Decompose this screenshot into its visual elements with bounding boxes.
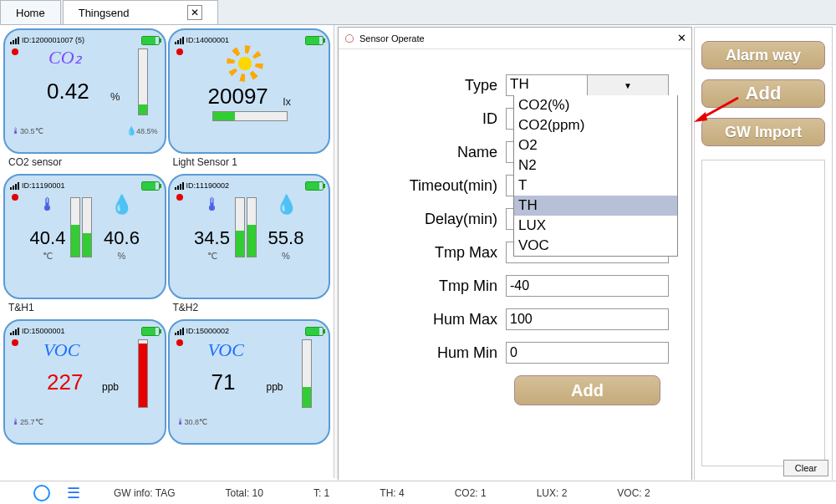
signal-icon — [10, 327, 19, 335]
sensor-operate-dialog: Sensor Operate ✕ Type TH ▼ ID Name Timeo… — [338, 27, 692, 480]
thermometer-icon: 🌡 — [203, 194, 222, 216]
tile-id: ID:11190002 — [186, 181, 230, 190]
name-label: Name — [347, 144, 506, 161]
option-lux[interactable]: LUX — [514, 216, 677, 236]
tile-label: Light Sensor 1 — [168, 154, 331, 172]
hummin-input[interactable] — [506, 342, 669, 364]
tile-label: CO2 sensor — [3, 154, 166, 172]
tile-light[interactable]: ID:14000001 20097 lx — [168, 28, 331, 154]
temp-bar — [70, 197, 80, 257]
type-label: Type — [347, 77, 506, 94]
thermometer-icon: 🌡 — [176, 417, 185, 426]
tab-close-icon[interactable]: ✕ — [187, 5, 202, 20]
option-co2pct[interactable]: CO2(%) — [514, 95, 677, 115]
temp-value: 34.5 — [194, 227, 230, 249]
option-o2[interactable]: O2 — [514, 135, 677, 155]
add-button[interactable]: Add — [701, 79, 825, 108]
status-co2: CO2: 1 — [455, 487, 487, 499]
tile-type: VOC — [208, 339, 244, 361]
tile-label: T&H2 — [168, 299, 331, 318]
tile-voc2[interactable]: ID:15000002 VOC 71 ppb 🌡30.8℃ — [168, 319, 331, 445]
type-value: TH — [507, 75, 587, 95]
signal-icon — [175, 36, 184, 44]
status-lux: LUX: 2 — [537, 487, 568, 499]
tab-home-label: Home — [16, 7, 45, 19]
dialog-close-icon[interactable]: ✕ — [677, 32, 686, 44]
foot-hum: 💧48.5% — [126, 126, 158, 135]
signal-icon — [175, 181, 184, 190]
dialog-title: Sensor Operate — [359, 33, 425, 43]
temp-bar — [235, 197, 245, 257]
tab-thingsend-label: Thingsend — [79, 7, 130, 19]
level-bar — [302, 339, 312, 408]
tile-type: VOC — [43, 339, 79, 361]
status-th: TH: 4 — [380, 487, 404, 499]
tile-id: ID:14000001 — [186, 36, 230, 44]
delay-label: Delay(min) — [347, 211, 506, 228]
status-t: T: 1 — [314, 487, 329, 499]
status-bar: ☰ GW info: TAG Total: 10 T: 1 TH: 4 CO2:… — [0, 481, 836, 504]
hum-unit: % — [118, 251, 126, 261]
chevron-down-icon[interactable]: ▼ — [587, 75, 668, 95]
tile-type: CO₂ — [48, 47, 82, 69]
tile-th2[interactable]: ID:11190002 🌡 34.5 ℃ 💧 — [168, 174, 331, 299]
battery-icon — [141, 181, 160, 191]
signal-icon — [10, 36, 19, 44]
alarm-way-button[interactable]: Alarm way — [701, 41, 825, 69]
hummax-label: Hum Max — [347, 311, 506, 328]
hummin-label: Hum Min — [347, 344, 506, 362]
temp-value: 40.4 — [30, 227, 66, 249]
drop-icon: 💧 — [110, 194, 133, 216]
tile-unit: % — [110, 90, 120, 103]
right-panel: Alarm way Add GW Import Clear — [694, 27, 833, 480]
battery-icon — [305, 36, 324, 45]
battery-icon — [141, 327, 160, 336]
level-bar — [212, 111, 288, 121]
dialog-add-button[interactable]: Add — [514, 375, 660, 405]
signal-icon — [175, 327, 184, 335]
tab-home[interactable]: Home — [0, 0, 61, 24]
hum-unit: % — [282, 251, 290, 261]
gw-import-button[interactable]: GW Import — [701, 118, 825, 146]
type-dropdown[interactable]: CO2(%) CO2(ppm) O2 N2 T TH LUX VOC — [513, 95, 678, 257]
tab-bar: Home Thingsend ✕ — [0, 0, 836, 25]
tile-unit: ppb — [102, 381, 119, 393]
list-icon[interactable]: ☰ — [67, 487, 80, 499]
log-box — [701, 160, 825, 466]
level-bar — [138, 339, 148, 408]
tile-value: 71 — [212, 369, 236, 395]
option-co2ppm[interactable]: CO2(ppm) — [514, 115, 677, 135]
clear-button[interactable]: Clear — [783, 460, 828, 476]
tile-id: ID:11190001 — [22, 181, 65, 190]
tab-thingsend[interactable]: Thingsend ✕ — [63, 0, 219, 24]
option-voc[interactable]: VOC — [514, 236, 677, 256]
option-n2[interactable]: N2 — [514, 155, 677, 176]
temp-unit: ℃ — [207, 251, 217, 262]
tile-co2[interactable]: ID:1200001007 (5) CO₂ 0.42 % 🌡30.5℃ 💧48.… — [3, 28, 166, 154]
hummax-input[interactable] — [506, 308, 669, 330]
tile-th1[interactable]: ID:11190001 🌡 40.4 ℃ 💧 — [3, 174, 166, 299]
tile-id: ID:15000001 — [22, 327, 65, 335]
id-label: ID — [347, 110, 506, 128]
java-icon — [344, 33, 355, 44]
battery-icon — [305, 181, 324, 191]
tmpmin-input[interactable] — [506, 275, 669, 297]
tmpmax-label: Tmp Max — [347, 244, 506, 262]
tile-value: 227 — [47, 369, 83, 395]
battery-icon — [141, 36, 160, 45]
status-voc: VOC: 2 — [617, 487, 650, 499]
tile-voc1[interactable]: ID:15000001 VOC 227 ppb 🌡25.7℃ — [3, 319, 166, 445]
option-t[interactable]: T — [514, 176, 677, 196]
drop-icon: 💧 — [126, 126, 136, 135]
option-th[interactable]: TH — [514, 196, 677, 216]
timeout-label: Timeout(min) — [347, 177, 506, 195]
foot-temp: 🌡30.8℃ — [176, 417, 208, 426]
level-bar — [138, 48, 148, 115]
foot-temp: 🌡25.7℃ — [12, 417, 43, 426]
status-total: Total: 10 — [226, 487, 263, 499]
refresh-icon[interactable] — [33, 485, 50, 501]
type-select[interactable]: TH ▼ — [506, 74, 669, 96]
tile-unit: lx — [283, 95, 291, 108]
hum-value: 40.6 — [104, 227, 140, 249]
dialog-titlebar[interactable]: Sensor Operate ✕ — [339, 28, 691, 49]
